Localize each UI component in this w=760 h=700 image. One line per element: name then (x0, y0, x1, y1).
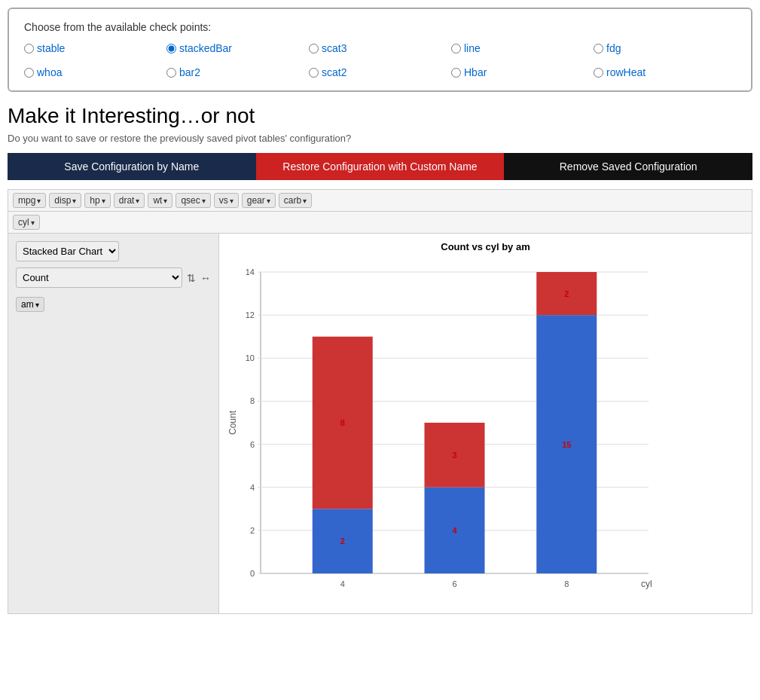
radio-stable[interactable] (24, 44, 34, 53)
col-filter-vs[interactable]: vs (214, 193, 239, 208)
save-config-button[interactable]: Save Configuration by Name (8, 153, 256, 180)
pivot-area: mpgdisphpdratwtqsecvsgearcarb cyl Stacke… (8, 189, 752, 614)
radio-item-bar2[interactable]: bar2 (166, 66, 309, 78)
radio-label-line: line (464, 42, 481, 54)
remove-config-button[interactable]: Remove Saved Configuration (504, 153, 752, 180)
radio-item-stackedBar[interactable]: stackedBar (166, 42, 309, 54)
interesting-subtitle: Do you want to save or restore the previ… (8, 133, 752, 144)
col-filter-wt[interactable]: wt (148, 193, 172, 208)
row-headers-row: cyl (8, 211, 752, 233)
checkpoint-title: Choose from the available check points: (24, 21, 736, 33)
svg-text:8: 8 (340, 418, 345, 427)
interesting-section: Make it Interesting…or not Do you want t… (8, 104, 752, 144)
svg-text:15: 15 (562, 440, 571, 449)
am-filter-badge[interactable]: am (16, 297, 44, 312)
svg-text:8: 8 (250, 396, 255, 405)
radio-label-whoa: whoa (37, 66, 62, 78)
restore-config-button[interactable]: Restore Configuration with Custom Name (256, 153, 505, 180)
chart-title: Count vs cyl by am (227, 241, 744, 252)
radio-item-Hbar[interactable]: Hbar (451, 66, 594, 78)
col-headers-row: mpgdisphpdratwtqsecvsgearcarb (8, 189, 752, 211)
radio-item-fdg[interactable]: fdg (594, 42, 736, 54)
checkpoint-grid: stablestackedBarscat3linefdgwhoabar2scat… (24, 42, 736, 78)
col-filter-disp[interactable]: disp (49, 193, 81, 208)
radio-whoa[interactable] (24, 68, 34, 78)
svg-text:2: 2 (564, 289, 569, 298)
svg-text:4: 4 (250, 483, 255, 492)
radio-fdg[interactable] (594, 44, 603, 53)
radio-rowHeat[interactable] (594, 68, 603, 78)
radio-item-stable[interactable]: stable (24, 42, 166, 54)
svg-text:2: 2 (250, 526, 255, 535)
radio-label-stable: stable (37, 42, 65, 54)
radio-Hbar[interactable] (451, 68, 461, 78)
col-filter-drat[interactable]: drat (114, 193, 145, 208)
sort-asc-icon[interactable]: ⇅ (187, 272, 196, 284)
interesting-title: Make it Interesting…or not (8, 104, 752, 128)
radio-label-scat2: scat2 (322, 66, 346, 78)
bar-chart-svg: 02468101214Count2844361528cyl (227, 257, 664, 604)
main-content: Stacked Bar ChartBar ChartLine ChartScat… (8, 233, 752, 614)
svg-text:cyl: cyl (641, 579, 652, 589)
radio-item-rowHeat[interactable]: rowHeat (594, 66, 736, 78)
measure-select[interactable]: CountSumAverage (16, 267, 182, 288)
radio-line[interactable] (451, 44, 461, 53)
checkpoint-section: Choose from the available check points: … (8, 8, 752, 92)
col-filter-mpg[interactable]: mpg (13, 193, 46, 208)
sort-desc-icon[interactable]: ↔ (200, 272, 211, 284)
svg-text:4: 4 (452, 526, 457, 535)
radio-label-bar2: bar2 (179, 66, 200, 78)
button-row: Save Configuration by Name Restore Confi… (8, 153, 752, 180)
radio-bar2[interactable] (166, 68, 176, 78)
controls-left: Stacked Bar ChartBar ChartLine ChartScat… (16, 241, 119, 261)
radio-item-line[interactable]: line (451, 42, 594, 54)
svg-text:4: 4 (340, 579, 345, 588)
svg-text:10: 10 (246, 353, 255, 362)
chart-type-select[interactable]: Stacked Bar ChartBar ChartLine ChartScat… (16, 241, 119, 261)
svg-text:3: 3 (452, 451, 456, 460)
radio-item-whoa[interactable]: whoa (24, 66, 166, 78)
radio-scat2[interactable] (309, 68, 319, 78)
svg-text:6: 6 (452, 579, 456, 588)
radio-label-Hbar: Hbar (464, 66, 487, 78)
radio-label-rowHeat: rowHeat (606, 66, 646, 78)
chart-area: Count vs cyl by am 02468101214Count28443… (219, 234, 752, 613)
controls-row: Stacked Bar ChartBar ChartLine ChartScat… (16, 241, 211, 261)
row-filter-cyl[interactable]: cyl (13, 215, 40, 230)
radio-item-scat2[interactable]: scat2 (309, 66, 451, 78)
radio-stackedBar[interactable] (166, 44, 176, 53)
svg-text:8: 8 (564, 579, 569, 588)
col-filter-hp[interactable]: hp (84, 193, 110, 208)
svg-text:12: 12 (246, 310, 255, 319)
col-filter-carb[interactable]: carb (279, 193, 312, 208)
svg-text:6: 6 (250, 440, 255, 449)
svg-text:2: 2 (340, 536, 345, 546)
radio-scat3[interactable] (309, 44, 319, 53)
left-panel: Stacked Bar ChartBar ChartLine ChartScat… (8, 234, 219, 613)
radio-label-stackedBar: stackedBar (179, 42, 232, 54)
svg-text:Count: Count (227, 410, 238, 435)
svg-text:0: 0 (250, 569, 255, 578)
radio-label-fdg: fdg (606, 42, 621, 54)
col-filter-gear[interactable]: gear (242, 193, 276, 208)
svg-text:14: 14 (246, 267, 255, 277)
radio-item-scat3[interactable]: scat3 (309, 42, 451, 54)
col-filter-qsec[interactable]: qsec (176, 193, 210, 208)
radio-label-scat3: scat3 (322, 42, 346, 54)
